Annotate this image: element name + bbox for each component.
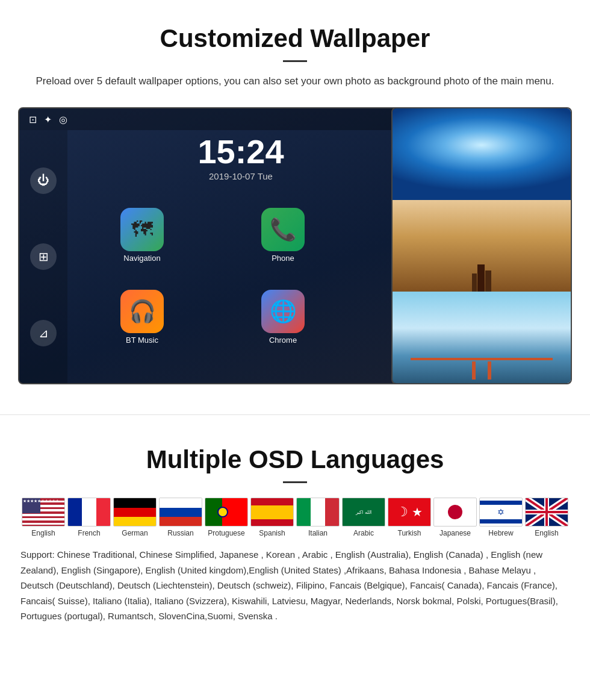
- app-btmusic[interactable]: 🎧 BT Music: [75, 290, 210, 366]
- home-icon: ⊡: [29, 114, 37, 125]
- title-divider: [283, 60, 307, 62]
- flag-tr: ☽ ★: [388, 498, 431, 527]
- flag-item-german: German: [113, 498, 157, 537]
- app-chrome-icon: 🌐: [261, 290, 305, 333]
- support-text: Support: Chinese Traditional, Chinese Si…: [18, 547, 572, 624]
- flag-item-turkish: ☽ ★ Turkish: [388, 498, 431, 537]
- flag-it-label: Italian: [308, 529, 328, 537]
- flag-grid: ★★★★★★★★★★ English French German: [18, 498, 572, 537]
- flag-item-spanish: Spanish: [250, 498, 294, 537]
- flag-fr: [67, 498, 111, 527]
- app-phone-icon: 📞: [261, 208, 305, 251]
- flag-sa-label: Arabic: [353, 529, 374, 537]
- app-btmusic-icon: 🎧: [120, 290, 164, 333]
- wallpaper-section: Customized Wallpaper Preload over 5 defa…: [0, 0, 590, 402]
- settings-button[interactable]: ⊿: [30, 320, 57, 346]
- flag-pt-label: Protuguese: [208, 529, 244, 537]
- app-navigation-label: Navigation: [123, 254, 160, 263]
- brightness-icon: ✦: [44, 114, 52, 125]
- flag-item-portuguese: Protuguese: [205, 498, 248, 537]
- star-icon: ★: [412, 505, 423, 519]
- device-container: ⊡ ✦ ◎ 1:59 ▭ ↩ ⏻ ⊞ ⊿: [18, 107, 572, 384]
- flag-es-label: Spanish: [259, 529, 285, 537]
- flag-us-label: English: [31, 529, 55, 537]
- wallpaper-thumbnails: [391, 107, 572, 384]
- flag-ru-label: Russian: [167, 529, 193, 537]
- languages-title-divider: [283, 481, 307, 483]
- flag-de: [113, 498, 157, 527]
- app-phone[interactable]: 📞 Phone: [216, 208, 350, 284]
- flag-jp-label: Japanese: [439, 529, 471, 537]
- flag-item-arabic: الله اكبر Arabic: [342, 498, 385, 537]
- clock-widget: 15:24 2019-10-07 Tue: [75, 135, 407, 181]
- flag-ru: [159, 498, 202, 527]
- flag-de-label: German: [122, 529, 148, 537]
- section-divider-hr: [0, 414, 590, 415]
- flag-tr-label: Turkish: [398, 529, 421, 537]
- gps-icon: ◎: [59, 114, 67, 125]
- clock-time: 15:24: [75, 135, 407, 169]
- app-chrome[interactable]: 🌐 Chrome: [216, 290, 350, 366]
- app-phone-label: Phone: [272, 254, 294, 263]
- languages-title: Multiple OSD Languages: [18, 445, 572, 474]
- flag-sa: الله اكبر: [342, 498, 385, 527]
- flag-item-japanese: Japanese: [433, 498, 477, 537]
- app-navigation-icon: 🗺: [120, 208, 164, 251]
- flag-gb-label: English: [535, 529, 558, 537]
- flag-es: [250, 498, 294, 527]
- flag-item-english-gb: English: [525, 498, 568, 537]
- flag-item-italian: Italian: [296, 498, 340, 537]
- flag-item-english: ★★★★★★★★★★ English: [22, 498, 65, 537]
- flag-pt: [205, 498, 248, 527]
- wallpaper-thumb-bridge[interactable]: [393, 292, 571, 383]
- apps-button[interactable]: ⊞: [30, 243, 57, 270]
- status-bar-left: ⊡ ✦ ◎: [29, 114, 67, 125]
- flag-jp: [433, 498, 477, 527]
- app-chrome-label: Chrome: [269, 336, 297, 345]
- flag-il-label: Hebrew: [488, 529, 513, 537]
- japan-circle: [448, 505, 462, 519]
- flag-it: [296, 498, 340, 527]
- power-button[interactable]: ⏻: [30, 167, 57, 194]
- wallpaper-title: Customized Wallpaper: [18, 24, 572, 53]
- flag-item-hebrew: ✡ Hebrew: [479, 498, 523, 537]
- sidebar: ⏻ ⊞ ⊿: [19, 130, 67, 383]
- moon-icon: ☽: [396, 504, 408, 520]
- flag-il: ✡: [479, 498, 523, 527]
- flag-item-russian: Russian: [159, 498, 202, 537]
- flag-gb: [525, 498, 568, 527]
- wallpaper-description: Preload over 5 default wallpaper options…: [18, 73, 572, 89]
- flag-item-french: French: [67, 498, 111, 537]
- israel-stripe-bottom: [480, 519, 522, 523]
- app-btmusic-label: BT Music: [126, 336, 158, 345]
- flag-fr-label: French: [78, 529, 100, 537]
- israel-stripe-top: [480, 501, 522, 505]
- flag-us: ★★★★★★★★★★: [22, 498, 65, 527]
- star-of-david-icon: ✡: [497, 507, 505, 517]
- languages-section: Multiple OSD Languages ★★★★★★★★★★ Englis…: [0, 427, 590, 642]
- wallpaper-thumb-ice[interactable]: [393, 108, 571, 200]
- clock-date: 2019-10-07 Tue: [75, 171, 407, 181]
- app-navigation[interactable]: 🗺 Navigation: [75, 208, 210, 284]
- wallpaper-thumb-city[interactable]: [393, 200, 571, 292]
